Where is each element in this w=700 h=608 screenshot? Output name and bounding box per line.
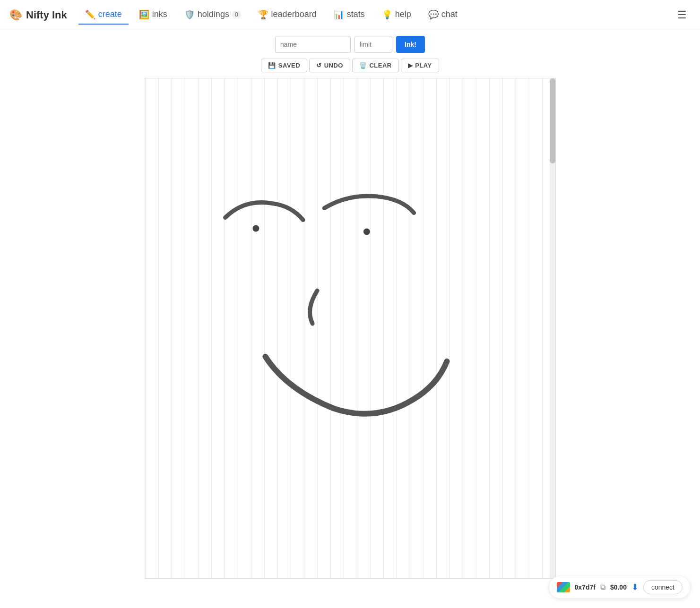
action-bar: 💾 SAVED ↺ UNDO 🗑️ CLEAR ▶ PLAY — [0, 57, 700, 78]
chat-label: chat — [441, 9, 458, 19]
undo-button[interactable]: ↺ UNDO — [309, 59, 350, 72]
nav-chat[interactable]: 💬 chat — [422, 6, 464, 25]
saved-icon: 💾 — [268, 62, 276, 69]
brand-icon: 🎨 — [9, 9, 22, 21]
nav-inks[interactable]: 🖼️ inks — [132, 6, 174, 25]
limit-input[interactable] — [354, 36, 392, 53]
navbar: 🎨 Nifty Ink ✏️ create 🖼️ inks 🛡️ holding… — [0, 0, 700, 30]
drawing-svg[interactable] — [145, 78, 555, 578]
inks-label: inks — [152, 9, 167, 19]
clear-icon: 🗑️ — [359, 62, 367, 69]
brand-name: Nifty Ink — [26, 9, 67, 21]
name-input[interactable] — [275, 36, 351, 53]
stats-icon: 📊 — [334, 9, 344, 20]
holdings-icon: 🛡️ — [184, 9, 195, 20]
stats-label: stats — [347, 9, 365, 19]
drawing-canvas[interactable] — [145, 78, 556, 579]
undo-icon: ↺ — [316, 62, 322, 69]
create-toolbar: Ink! — [0, 30, 700, 57]
leaderboard-icon: 🏆 — [258, 9, 268, 20]
create-icon: ✏️ — [85, 9, 95, 20]
clear-label: CLEAR — [369, 62, 391, 69]
svg-point-0 — [252, 225, 259, 232]
nav-help[interactable]: 💡 help — [375, 6, 418, 25]
scroll-track[interactable] — [550, 78, 555, 578]
play-label: PLAY — [415, 62, 432, 69]
menu-icon[interactable]: ☰ — [674, 5, 691, 25]
saved-button[interactable]: 💾 SAVED — [261, 59, 307, 72]
svg-point-1 — [363, 228, 370, 235]
play-button[interactable]: ▶ PLAY — [401, 59, 439, 72]
canvas-wrapper — [0, 78, 700, 579]
balance-display: $0.00 — [610, 583, 627, 591]
holdings-badge: 0 — [232, 11, 241, 18]
wallet-icon — [557, 582, 570, 592]
connect-button[interactable]: connect — [643, 580, 683, 594]
create-label: create — [98, 9, 122, 19]
copy-icon[interactable]: ⧉ — [600, 583, 605, 591]
wallet-address: 0x7d7f — [575, 583, 596, 591]
nav-create[interactable]: ✏️ create — [78, 6, 129, 25]
ink-button[interactable]: Ink! — [396, 36, 425, 53]
leaderboard-label: leaderboard — [271, 9, 317, 19]
brand-logo[interactable]: 🎨 Nifty Ink — [9, 9, 67, 21]
nav-leaderboard[interactable]: 🏆 leaderboard — [251, 6, 323, 25]
undo-label: UNDO — [324, 62, 343, 69]
holdings-label: holdings — [198, 9, 229, 19]
nav-stats[interactable]: 📊 stats — [327, 6, 372, 25]
saved-label: SAVED — [278, 62, 300, 69]
play-icon: ▶ — [408, 62, 413, 69]
clear-button[interactable]: 🗑️ CLEAR — [352, 59, 399, 72]
nav-holdings[interactable]: 🛡️ holdings 0 — [178, 6, 248, 25]
help-icon: 💡 — [382, 9, 392, 20]
bottom-bar: 0x7d7f ⧉ $0.00 ⬇ connect — [549, 576, 691, 599]
inks-icon: 🖼️ — [139, 9, 149, 20]
help-label: help — [395, 9, 411, 19]
download-icon[interactable]: ⬇ — [631, 582, 639, 592]
scroll-thumb[interactable] — [550, 78, 555, 163]
chat-icon: 💬 — [428, 9, 439, 20]
